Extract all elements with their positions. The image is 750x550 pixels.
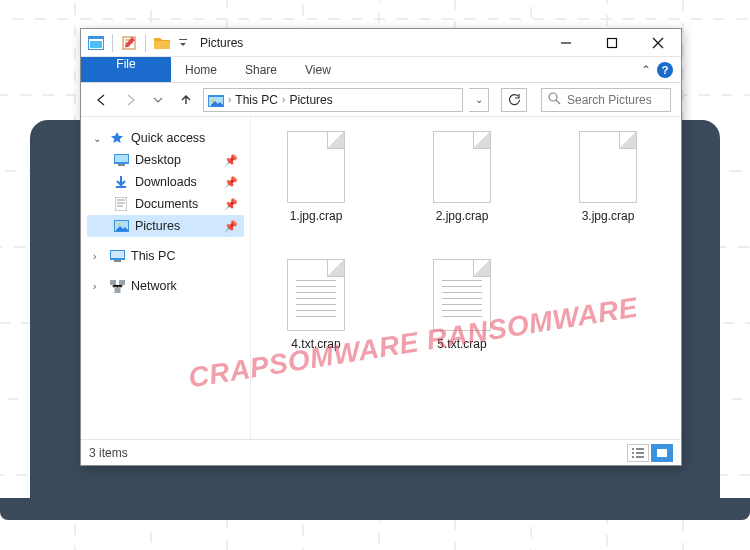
file-name-label: 4.txt.crap <box>291 337 340 351</box>
caret-down-icon: ⌄ <box>93 133 103 144</box>
caret-right-icon: › <box>93 251 103 262</box>
download-icon <box>113 174 129 190</box>
blank-file-icon <box>433 131 491 203</box>
window-title: Pictures <box>200 36 243 50</box>
text-file-icon <box>287 259 345 331</box>
ribbon-collapse-icon[interactable]: ⌃ <box>641 63 651 77</box>
nav-label: This PC <box>131 249 175 263</box>
file-name-label: 2.jpg.crap <box>436 209 489 223</box>
qat-properties-button[interactable] <box>118 32 140 54</box>
search-box[interactable] <box>541 88 671 112</box>
network-icon <box>109 278 125 294</box>
svg-rect-4 <box>608 38 617 47</box>
file-item[interactable]: 3.jpg.crap <box>563 131 653 223</box>
nav-label: Documents <box>135 197 198 211</box>
file-grid: 1.jpg.crap2.jpg.crap3.jpg.crap4.txt.crap… <box>271 131 671 351</box>
svg-rect-19 <box>110 280 116 285</box>
star-icon <box>109 130 125 146</box>
window-icon[interactable] <box>85 32 107 54</box>
help-icon[interactable]: ? <box>657 62 673 78</box>
svg-rect-11 <box>118 164 125 166</box>
tab-label: View <box>305 63 331 77</box>
svg-point-8 <box>549 93 557 101</box>
search-icon <box>548 91 561 109</box>
search-input[interactable] <box>567 93 664 107</box>
nav-recent-dropdown[interactable] <box>147 89 169 111</box>
ribbon: File Home Share View ⌃ ? <box>81 57 681 83</box>
svg-rect-2 <box>90 41 102 48</box>
tab-file[interactable]: File <box>81 57 171 82</box>
nav-forward-button[interactable] <box>119 89 141 111</box>
svg-rect-10 <box>115 155 128 162</box>
qat-dropdown[interactable] <box>176 32 190 54</box>
file-name-label: 3.jpg.crap <box>582 209 635 223</box>
svg-rect-18 <box>114 260 121 262</box>
tab-home[interactable]: Home <box>171 57 231 82</box>
file-item[interactable]: 2.jpg.crap <box>417 131 507 223</box>
laptop-base-silhouette <box>0 498 750 520</box>
nav-label: Downloads <box>135 175 197 189</box>
content-pane: 1.jpg.crap2.jpg.crap3.jpg.crap4.txt.crap… <box>251 117 681 439</box>
minimize-button[interactable] <box>543 29 589 57</box>
file-item[interactable]: 4.txt.crap <box>271 259 361 351</box>
pin-icon: 📌 <box>224 176 244 189</box>
breadcrumb[interactable]: › This PC › Pictures <box>203 88 463 112</box>
pin-icon: 📌 <box>224 198 244 211</box>
file-name-label: 5.txt.crap <box>437 337 486 351</box>
refresh-button[interactable] <box>501 88 527 112</box>
svg-point-15 <box>117 223 120 226</box>
explorer-window: Pictures File Home Share View ⌃ ? › This… <box>80 28 682 466</box>
nav-back-button[interactable] <box>91 89 113 111</box>
address-bar-row: › This PC › Pictures ⌄ <box>81 83 681 117</box>
tab-share[interactable]: Share <box>231 57 291 82</box>
nav-item-documents[interactable]: Documents 📌 <box>87 193 244 215</box>
nav-quick-access[interactable]: ⌄ Quick access <box>87 127 244 149</box>
nav-label: Desktop <box>135 153 181 167</box>
breadcrumb-segment[interactable]: Pictures <box>289 93 332 107</box>
view-large-icons-button[interactable] <box>651 444 673 462</box>
navigation-pane: ⌄ Quick access Desktop 📌 Downloads 📌 Doc… <box>81 117 251 439</box>
nav-network[interactable]: › Network <box>87 275 244 297</box>
maximize-button[interactable] <box>589 29 635 57</box>
address-dropdown[interactable]: ⌄ <box>469 88 489 112</box>
nav-item-downloads[interactable]: Downloads 📌 <box>87 171 244 193</box>
nav-label: Quick access <box>131 131 205 145</box>
quick-access-toolbar <box>81 32 190 54</box>
view-details-button[interactable] <box>627 444 649 462</box>
qat-folder-button[interactable] <box>151 32 173 54</box>
breadcrumb-segment[interactable]: This PC <box>235 93 278 107</box>
close-button[interactable] <box>635 29 681 57</box>
pin-icon: 📌 <box>224 220 244 233</box>
desktop-icon <box>113 152 129 168</box>
this-pc-icon <box>109 248 125 264</box>
status-item-count: 3 items <box>89 446 128 460</box>
blank-file-icon <box>287 131 345 203</box>
tab-label: Home <box>185 63 217 77</box>
view-toggles <box>627 444 673 462</box>
text-file-icon <box>433 259 491 331</box>
blank-file-icon <box>579 131 637 203</box>
chevron-right-icon: › <box>282 94 285 105</box>
tab-label: File <box>116 57 135 71</box>
svg-rect-21 <box>114 288 120 293</box>
file-item[interactable]: 1.jpg.crap <box>271 131 361 223</box>
tab-label: Share <box>245 63 277 77</box>
nav-label: Network <box>131 279 177 293</box>
svg-rect-12 <box>115 197 127 211</box>
nav-up-button[interactable] <box>175 89 197 111</box>
nav-this-pc[interactable]: › This PC <box>87 245 244 267</box>
svg-rect-20 <box>119 280 125 285</box>
window-body: ⌄ Quick access Desktop 📌 Downloads 📌 Doc… <box>81 117 681 439</box>
svg-rect-22 <box>657 449 667 457</box>
chevron-right-icon: › <box>228 94 231 105</box>
nav-item-desktop[interactable]: Desktop 📌 <box>87 149 244 171</box>
nav-item-pictures[interactable]: Pictures 📌 <box>87 215 244 237</box>
tab-view[interactable]: View <box>291 57 345 82</box>
pin-icon: 📌 <box>224 154 244 167</box>
pictures-icon <box>113 218 129 234</box>
file-item[interactable]: 5.txt.crap <box>417 259 507 351</box>
qat-separator <box>112 34 113 52</box>
caret-right-icon: › <box>93 281 103 292</box>
nav-label: Pictures <box>135 219 180 233</box>
status-bar: 3 items <box>81 439 681 465</box>
